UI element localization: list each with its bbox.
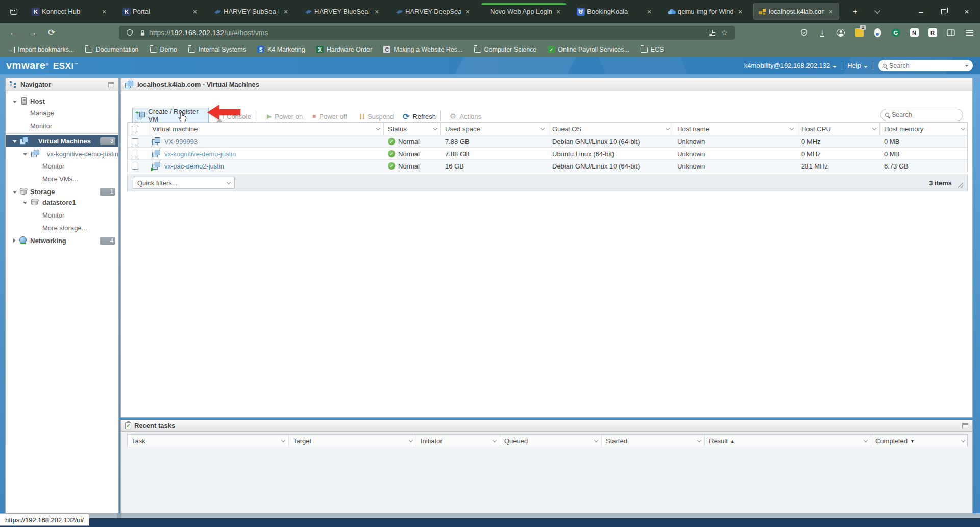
table-row[interactable]: VX-999993 ✓Normal 7.88 GB Debian GNU/Lin… <box>127 135 968 148</box>
table-row[interactable]: ▶vx-pac-demo2-justin ✓Normal 16 GB Debia… <box>127 160 968 172</box>
sidebar-item-more-vms[interactable]: More VMs... <box>6 173 118 185</box>
back-button[interactable]: ← <box>6 25 21 40</box>
bookmark-internal-systems[interactable]: Internal Systems <box>188 46 246 53</box>
user-menu[interactable]: k4mobility@192.168.202.132 <box>744 62 837 69</box>
window-minimize-button[interactable]: – <box>910 0 932 23</box>
tab-harvey-deepsea[interactable]: HARVEY-DeepSea-ES12 × <box>390 3 475 20</box>
chevron-down-icon[interactable] <box>409 438 413 442</box>
sidebar-item-datastore1[interactable]: datastore1 <box>6 196 118 208</box>
tab-close-icon[interactable]: × <box>736 7 745 16</box>
column-header[interactable]: Target <box>289 435 416 447</box>
sidebar-item-more-storage[interactable]: More storage... <box>6 222 118 234</box>
column-header[interactable]: Queued <box>500 435 602 447</box>
tab-konnect-hub[interactable]: K Konnect Hub × <box>27 3 112 20</box>
sidebar-item-vx-kognitive[interactable]: vx-kognitive-demo-justin <box>6 148 118 160</box>
tab-harvey-bluesea[interactable]: HARVEY-BlueSea-ES12 × <box>300 3 384 20</box>
tab-novo-login[interactable]: Novo Web App Login × <box>481 3 566 20</box>
sidebar-item-storage-monitor[interactable]: Monitor <box>6 209 118 221</box>
downloads-button[interactable]: ↓ <box>816 26 829 39</box>
tab-harvey-subsea[interactable]: HARVEY-SubSea-ES147 × <box>209 3 293 20</box>
header-search[interactable] <box>878 60 973 71</box>
sidebar-item-host-manage[interactable]: Manage <box>6 107 118 119</box>
reload-button[interactable]: ⟳ <box>44 25 59 40</box>
column-header[interactable]: Host CPU <box>797 123 880 135</box>
account-icon[interactable] <box>834 26 847 39</box>
bookmark-demo[interactable]: Demo <box>150 46 177 53</box>
panel-collapse-icon[interactable] <box>108 82 114 87</box>
chevron-down-icon[interactable] <box>433 126 437 130</box>
bookmark-online-payroll[interactable]: ✓Online Payroll Services... <box>548 46 629 53</box>
column-header[interactable]: Guest OS <box>548 123 673 135</box>
bookmark-hardware-order[interactable]: XHardware Order <box>316 46 373 53</box>
bookmark-making-website[interactable]: CMaking a Website Res... <box>383 46 462 53</box>
forward-button[interactable]: → <box>25 25 40 40</box>
caret-icon[interactable] <box>13 101 17 103</box>
wallet-extension-icon[interactable]: 1 <box>852 26 866 39</box>
tab-list-button[interactable] <box>871 5 884 18</box>
vm-search[interactable] <box>880 109 963 121</box>
column-header[interactable]: Completed▼ <box>871 435 968 447</box>
chevron-down-icon[interactable] <box>666 126 670 130</box>
tab-close-icon[interactable]: × <box>463 7 472 16</box>
tab-close-icon[interactable]: × <box>372 7 381 16</box>
chevron-down-icon[interactable] <box>961 438 965 442</box>
r-extension-icon[interactable]: R <box>926 26 939 39</box>
chevron-down-icon[interactable] <box>864 438 868 442</box>
chevron-down-icon[interactable] <box>594 438 598 442</box>
tab-close-icon[interactable]: × <box>554 7 563 16</box>
chevron-down-icon[interactable] <box>281 438 285 442</box>
bookmark-ecs[interactable]: ECS <box>641 46 664 53</box>
caret-icon[interactable] <box>13 191 17 194</box>
header-search-input[interactable] <box>889 62 962 69</box>
pill-extension-icon[interactable] <box>871 26 884 39</box>
column-header[interactable]: Initiator <box>416 435 500 447</box>
vm-name-link[interactable]: vx-kognitive-demo-justin <box>164 150 236 158</box>
column-header[interactable]: Task <box>128 435 289 447</box>
firefox-view-button[interactable] <box>7 5 20 18</box>
select-all-header[interactable] <box>128 123 148 135</box>
tab-qemu-img[interactable]: qemu-img for Window × <box>663 3 748 20</box>
chevron-down-icon[interactable] <box>376 126 380 130</box>
panel-restore-icon[interactable] <box>962 423 968 428</box>
bookmark-star-icon[interactable]: ☆ <box>721 28 728 37</box>
new-tab-button[interactable]: + <box>849 5 862 18</box>
window-restore-button[interactable] <box>933 0 954 23</box>
sidebar-item-virtual-machines[interactable]: Virtual Machines3 <box>6 135 118 147</box>
tab-close-icon[interactable]: × <box>281 7 290 16</box>
checkbox[interactable] <box>132 163 138 170</box>
column-header[interactable]: Started <box>602 435 705 447</box>
table-row[interactable]: vx-kognitive-demo-justin ✓Normal 7.88 GB… <box>127 148 968 160</box>
tab-close-icon[interactable]: × <box>100 7 109 16</box>
tab-close-icon[interactable]: × <box>190 7 200 16</box>
vm-name-link[interactable]: vx-pac-demo2-justin <box>164 162 224 170</box>
tab-bookingkoala[interactable]: BookingKoala × <box>572 3 657 20</box>
tab-close-icon[interactable]: × <box>645 7 654 16</box>
chevron-down-icon[interactable] <box>872 126 876 130</box>
chevron-down-icon[interactable] <box>961 126 965 130</box>
sidebar-item-vm-monitor[interactable]: Monitor <box>6 160 118 172</box>
tracking-shield-icon[interactable] <box>126 29 133 37</box>
checkbox[interactable] <box>132 151 138 157</box>
chevron-down-icon[interactable] <box>697 438 701 442</box>
column-header-sorted[interactable]: Result▲ <box>705 435 871 447</box>
bookmark-import[interactable]: →Import bookmarks... <box>7 46 74 53</box>
chevron-down-icon[interactable] <box>790 126 794 130</box>
column-header[interactable]: Used space <box>441 123 548 135</box>
caret-icon[interactable] <box>23 153 27 156</box>
sidebar-item-host[interactable]: Host <box>6 95 118 107</box>
sidebar-item-networking[interactable]: Networking4 <box>6 234 118 247</box>
column-header[interactable]: Host memory <box>880 123 968 135</box>
checkbox[interactable] <box>132 126 138 132</box>
column-header[interactable]: Status <box>384 123 441 135</box>
tab-localhost-esxi-active[interactable]: localhost.k4lab.com - V × <box>754 3 839 20</box>
url-bar[interactable]: https://192.168.202.132/ui/#/host/vms ☆ <box>119 26 735 40</box>
refresh-button[interactable]: ⟳Refresh <box>403 110 436 123</box>
vm-search-input[interactable] <box>892 111 959 118</box>
caret-icon[interactable] <box>13 140 17 143</box>
vm-name-link[interactable]: VX-999993 <box>164 138 198 146</box>
lock-icon[interactable] <box>139 29 146 37</box>
chevron-down-icon[interactable] <box>541 126 545 130</box>
notion-extension-icon[interactable]: N <box>908 26 921 39</box>
sidebar-toggle-icon[interactable] <box>944 26 958 39</box>
caret-icon[interactable] <box>13 238 16 243</box>
